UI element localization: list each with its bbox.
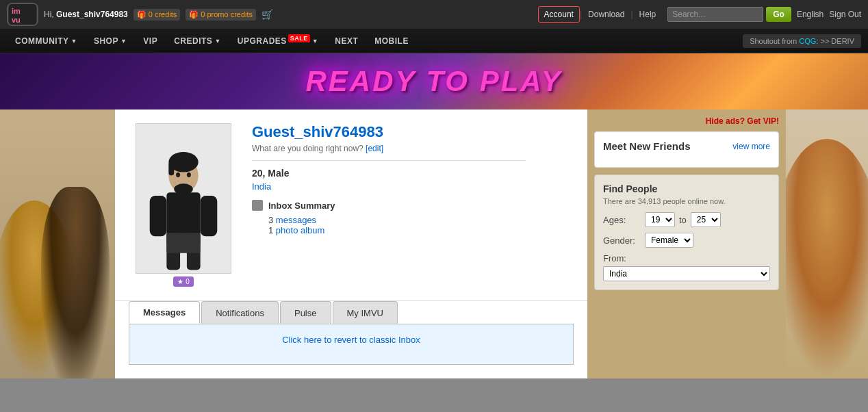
from-row: From: India USA UK Canada Australia [603, 253, 770, 281]
ages-from-select[interactable]: 19 20 21 22 25 [645, 212, 675, 227]
topbar: im vu Hi, Guest_shiv764983 🎁 0 credits 🎁… [0, 0, 868, 29]
right-decoration [786, 110, 868, 378]
messages-link[interactable]: messages [276, 215, 316, 225]
community-arrow-icon: ▼ [71, 38, 77, 44]
gender-row: Gender: Female Male Any [603, 233, 770, 248]
tab-my-imvu[interactable]: My IMVU [333, 301, 398, 324]
search-input[interactable] [667, 7, 763, 22]
photo-album-link[interactable]: photo album [276, 225, 325, 235]
navbar: COMMUNITY ▼ SHOP ▼ VIP CREDITS ▼ UPGRADE… [0, 29, 868, 53]
svg-rect-7 [168, 162, 174, 176]
nav-vip[interactable]: VIP [135, 29, 166, 53]
find-people-card: Find People There are 34,913 people onli… [594, 175, 779, 290]
from-select[interactable]: India USA UK Canada Australia [603, 266, 770, 281]
credits-arrow-icon: ▼ [214, 38, 220, 44]
ages-to-select[interactable]: 25 26 27 28 30 [691, 212, 721, 227]
language-link[interactable]: English [797, 10, 824, 19]
account-link[interactable]: Account [538, 6, 580, 23]
ages-label: Ages: [603, 215, 641, 225]
nav-community[interactable]: COMMUNITY ▼ [7, 29, 86, 53]
nav-shop[interactable]: SHOP ▼ [86, 29, 135, 53]
star-icon: ★ [177, 278, 183, 285]
greeting-text: Hi, Guest_shiv764983 [44, 10, 128, 19]
inbox-items: 3 messages 1 photo album [268, 215, 574, 235]
age-gender: 20, Male [252, 168, 574, 179]
hide-ads: Hide ads? Get VIP! [594, 116, 779, 126]
go-button[interactable]: Go [766, 7, 791, 22]
upgrades-arrow-icon: ▼ [312, 38, 318, 44]
revert-link[interactable]: Click here to revert to classic Inbox [282, 335, 420, 345]
banner-text: READY TO PLAY [305, 65, 562, 98]
meet-friends-card: Meet New Friends view more [594, 131, 779, 168]
to-label: to [679, 215, 687, 225]
tab-pulse[interactable]: Pulse [280, 301, 331, 324]
tabs-row: Messages Notifications Pulse My IMVU [129, 301, 574, 324]
svg-rect-15 [166, 233, 200, 253]
svg-point-8 [174, 183, 193, 194]
star-badge: ★ 0 [173, 276, 194, 287]
from-label: From: [603, 253, 770, 263]
view-more-link[interactable]: view more [732, 142, 770, 151]
left-decoration [0, 110, 115, 378]
find-people-sub: There are 34,913 people online now. [603, 197, 770, 205]
download-link[interactable]: Download [582, 6, 630, 23]
banner: READY TO PLAY [0, 53, 868, 110]
svg-point-9 [176, 172, 180, 177]
inbox-label: Inbox Summary [268, 201, 335, 211]
nav-upgrades[interactable]: UPGRADES SALE ▼ [229, 29, 327, 53]
imvu-logo[interactable]: im vu [7, 3, 38, 26]
avatar-section: ★ 0 [129, 123, 238, 287]
gender-select[interactable]: Female Male Any [645, 233, 693, 248]
tab-messages[interactable]: Messages [129, 301, 200, 324]
find-people-title: Find People [603, 183, 770, 194]
nav-mobile[interactable]: MOBILE [366, 29, 417, 53]
svg-point-10 [187, 172, 191, 177]
profile-area: ★ 0 Guest_shiv764983 What are you doing … [115, 110, 587, 300]
svg-text:im: im [12, 7, 21, 15]
signout-link[interactable]: Sign Out [829, 10, 861, 19]
tab-notifications[interactable]: Notifications [201, 301, 279, 324]
meet-friends-header: Meet New Friends view more [603, 140, 770, 152]
avatar-image [136, 123, 231, 274]
search-box: Go [667, 7, 791, 22]
profile-divider [252, 160, 526, 161]
nav-credits[interactable]: CREDITS ▼ [166, 29, 229, 53]
location-link[interactable]: India [252, 181, 574, 192]
tabs-section: Messages Notifications Pulse My IMVU Cli… [115, 300, 587, 378]
promo-icon: 🎁 [189, 10, 199, 19]
svg-rect-12 [201, 196, 218, 236]
svg-text:vu: vu [12, 16, 21, 24]
sale-badge: SALE [288, 34, 310, 42]
meet-friends-title: Meet New Friends [603, 140, 691, 152]
nav-next[interactable]: NEXT [327, 29, 366, 53]
inbox-icon [252, 200, 263, 211]
profile-info: Guest_shiv764983 What are you doing righ… [252, 123, 574, 287]
main-content: ★ 0 Guest_shiv764983 What are you doing … [115, 110, 587, 378]
promo-credits-badge[interactable]: 🎁 0 promo credits [186, 9, 256, 21]
svg-rect-11 [150, 196, 167, 236]
credits-icon: 🎁 [137, 10, 146, 19]
help-link[interactable]: Help [633, 6, 663, 23]
cart-icon[interactable]: 🛒 [261, 9, 273, 20]
hide-ads-link[interactable]: Hide ads? Get VIP! [706, 116, 779, 126]
edit-status-link[interactable]: [edit] [366, 144, 383, 153]
shop-arrow-icon: ▼ [120, 38, 127, 44]
albums-item: 1 photo album [268, 225, 574, 235]
messages-item: 3 messages [268, 215, 574, 225]
right-sidebar: Hide ads? Get VIP! Meet New Friends view… [587, 110, 786, 378]
username-text: Guest_shiv764983 [56, 10, 128, 19]
gender-label: Gender: [603, 235, 641, 246]
tab-content: Click here to revert to classic Inbox [129, 324, 574, 365]
profile-username[interactable]: Guest_shiv764983 [252, 123, 574, 141]
inbox-summary: Inbox Summary [252, 200, 574, 211]
topbar-nav: Account | Download | Help [538, 6, 663, 23]
ages-row: Ages: 19 20 21 22 25 to 25 26 27 28 30 [603, 212, 770, 227]
profile-status: What are you doing right now? [edit] [252, 144, 574, 153]
credits-badge[interactable]: 🎁 0 credits [133, 9, 181, 21]
shoutout-bar: Shoutout from CQG: >> DERIV [743, 34, 861, 48]
